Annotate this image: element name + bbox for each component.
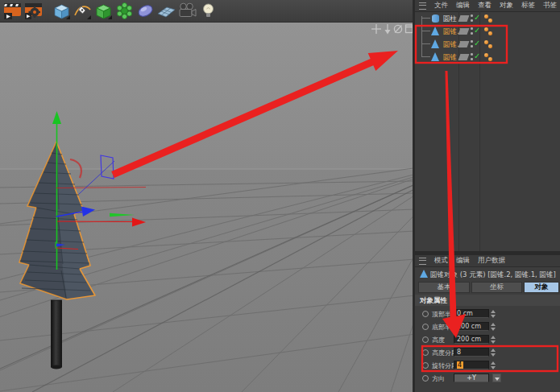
object-manager-menubar: 文件 编辑 查看 对象 标签 书签 — [415, 0, 560, 12]
om-menu-view[interactable]: 查看 — [478, 1, 492, 10]
cone-icon — [431, 27, 439, 35]
selected-text: 4 — [457, 361, 463, 369]
tab-coordinates[interactable]: 坐标 — [471, 282, 522, 293]
attribute-title-row: 圆锥对象 (3 元素) [圆锥.2, 圆锥.1, 圆锥] — [415, 268, 560, 280]
field-height: 高度 200 cm — [415, 334, 560, 345]
field-label: 高度 — [432, 336, 445, 345]
modeling-generator-icon[interactable] — [115, 2, 134, 20]
stepper-control[interactable] — [491, 361, 496, 369]
enabled-check-icon[interactable]: ✓ — [474, 26, 480, 35]
attribute-title: 圆锥对象 (3 元素) [圆锥.2, 圆锥.1, 圆锥] — [430, 270, 556, 280]
orientation-dropdown[interactable]: +Y — [454, 373, 489, 382]
toolbar-separator — [45, 2, 50, 20]
layer-icon[interactable] — [458, 41, 470, 47]
pen-spline-icon[interactable] — [73, 2, 92, 20]
om-menu-edit[interactable]: 编辑 — [456, 1, 470, 10]
light-icon[interactable] — [199, 2, 218, 20]
cone-icon — [420, 270, 428, 278]
app-window: 文件 编辑 查看 对象 标签 书签 圆柱 ✓ 圆锥.2 ✓ 圆锥.1 ✓ 圆锥 — [0, 0, 560, 392]
enabled-check-icon[interactable]: ✓ — [474, 39, 480, 47]
layer-icon[interactable] — [458, 54, 470, 60]
add-cube-primitive-icon[interactable] — [52, 2, 71, 20]
cone-icon — [431, 52, 439, 61]
field-height-segments: 高度分段 8 — [415, 347, 560, 358]
field-rotation-segments: 旋转分段 4 — [415, 360, 560, 371]
am-menu-mode[interactable]: 模式 — [434, 256, 448, 266]
object-row-cylinder[interactable]: 圆柱 ✓ — [415, 12, 560, 25]
tree-trunk[interactable] — [51, 300, 61, 369]
height-input[interactable]: 200 cm — [454, 335, 489, 344]
keyframe-circle-icon[interactable] — [422, 375, 429, 382]
visibility-dots[interactable] — [471, 40, 473, 48]
om-menu-file[interactable]: 文件 — [434, 1, 448, 10]
cylinder-icon — [432, 14, 439, 23]
object-properties-header: 对象属性 — [415, 295, 560, 306]
object-label[interactable]: 圆锥 — [443, 53, 457, 63]
keyframe-circle-icon[interactable] — [422, 362, 429, 369]
object-row-cone2[interactable]: 圆锥.2 ✓ — [415, 25, 560, 38]
keyframe-circle-icon[interactable] — [422, 324, 429, 330]
object-row-cone[interactable]: 圆锥 ✓ — [415, 51, 560, 64]
keyframe-circle-icon[interactable] — [422, 311, 429, 317]
stepper-control[interactable] — [491, 336, 496, 344]
stepper-control[interactable] — [491, 310, 496, 318]
chevron-down-icon — [495, 378, 500, 381]
tab-object[interactable]: 对象 — [524, 282, 559, 293]
object-row-cone1[interactable]: 圆锥.1 ✓ — [415, 38, 560, 51]
visibility-dots[interactable] — [471, 27, 473, 35]
enabled-check-icon[interactable]: ✓ — [474, 13, 480, 22]
visibility-dots[interactable] — [471, 14, 473, 23]
field-label: 方向 — [432, 374, 445, 383]
stepper-control[interactable] — [491, 323, 496, 331]
cone-icon — [431, 39, 439, 48]
am-menu-userdata[interactable]: 用户数据 — [478, 256, 505, 266]
rotation-segments-input[interactable]: 4 — [454, 361, 489, 369]
tab-label: 对象 — [535, 283, 549, 292]
top-radius-input[interactable]: 0 cm — [454, 309, 489, 318]
field-bottom-radius: 底部半径 100 cm — [415, 321, 560, 332]
panel-grip-icon[interactable] — [419, 258, 426, 265]
panel-grip-icon[interactable] — [419, 2, 426, 10]
am-menu-edit[interactable]: 编辑 — [456, 256, 470, 266]
viewport-3d[interactable] — [0, 23, 415, 392]
layer-icon[interactable] — [458, 28, 470, 35]
visibility-dots[interactable] — [471, 53, 473, 61]
main-toolbar — [0, 0, 415, 23]
keyframe-circle-icon[interactable] — [422, 336, 429, 343]
keyframe-circle-icon[interactable] — [422, 349, 429, 356]
attribute-manager-menubar: 模式 编辑 用户数据 — [415, 255, 560, 267]
field-orientation: 方向 +Y — [415, 373, 560, 384]
render-view-icon[interactable] — [3, 2, 22, 20]
om-menu-objects[interactable]: 对象 — [500, 1, 513, 10]
height-segments-input[interactable]: 8 — [454, 348, 489, 357]
layer-icon[interactable] — [458, 15, 470, 22]
object-label[interactable]: 圆柱 — [443, 14, 457, 24]
tab-label: 基本 — [438, 283, 451, 292]
deformer-icon[interactable] — [136, 2, 155, 20]
om-menu-bookmarks[interactable]: 书签 — [543, 1, 557, 10]
subdivision-generator-icon[interactable] — [94, 2, 113, 20]
tab-label: 坐标 — [490, 283, 504, 292]
tab-basic[interactable]: 基本 — [418, 282, 470, 293]
render-settings-icon[interactable] — [24, 2, 43, 20]
enabled-check-icon[interactable]: ✓ — [474, 52, 480, 60]
stepper-control[interactable] — [491, 349, 496, 357]
om-menu-tags[interactable]: 标签 — [521, 1, 535, 10]
dropdown-arrow-button[interactable] — [492, 373, 501, 382]
bottom-radius-input[interactable]: 100 cm — [454, 322, 489, 331]
environment-floor-icon[interactable] — [157, 2, 176, 20]
camera-icon[interactable] — [178, 2, 197, 20]
field-top-radius: 顶部半径 0 cm — [415, 308, 560, 320]
viewport-sky — [0, 23, 415, 169]
